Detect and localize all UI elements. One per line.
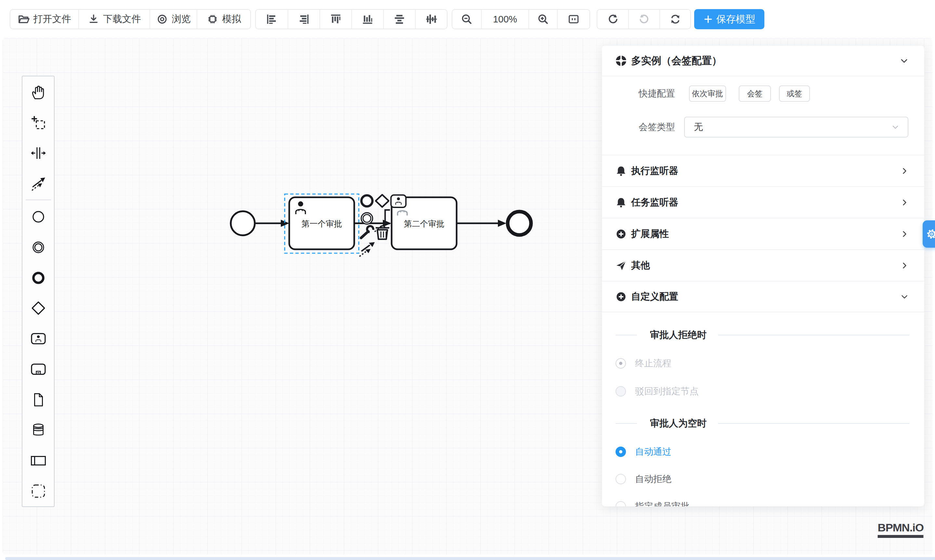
radio-auto-reject[interactable]: 自动拒绝 — [615, 473, 909, 485]
hand-icon — [31, 85, 46, 100]
canvas-bottom-scrollbar[interactable] — [5, 557, 935, 560]
hand-tool[interactable] — [23, 77, 54, 108]
bell-icon — [615, 165, 627, 177]
zoom-out-button[interactable] — [452, 10, 481, 29]
radio-assign-member[interactable]: 指定成员审批 — [615, 500, 909, 506]
redo-icon — [638, 13, 650, 25]
radio-auto-pass[interactable]: 自动通过 — [615, 446, 909, 458]
align-top-button[interactable] — [320, 10, 351, 29]
fit-viewport-icon — [567, 13, 580, 25]
gateway-icon — [31, 300, 46, 316]
save-model-label: 保存模型 — [716, 13, 755, 26]
folder-open-icon — [18, 13, 29, 25]
divider-title: 审批人为空时 — [650, 417, 706, 430]
create-user-task[interactable] — [23, 323, 54, 354]
align-center-vertical-button[interactable] — [415, 10, 447, 29]
download-file-button[interactable]: 下载文件 — [78, 10, 149, 29]
palette-divider — [26, 200, 51, 200]
undo-button[interactable] — [597, 10, 628, 29]
undo-icon — [607, 13, 619, 25]
quick-config-label: 快捷配置 — [602, 88, 675, 100]
global-connect-tool[interactable] — [23, 168, 54, 199]
section-execution-listener[interactable]: 执行监听器 — [602, 155, 924, 186]
plus-icon — [703, 14, 713, 24]
zoom-out-icon — [460, 13, 473, 25]
eye-icon — [156, 13, 168, 25]
save-model-button[interactable]: 保存模型 — [694, 9, 764, 29]
align-bottom-icon — [361, 13, 374, 25]
section-custom-config[interactable]: 自定义配置 — [602, 281, 924, 312]
fit-viewport-button[interactable] — [557, 10, 589, 29]
chevron-down-icon[interactable] — [899, 55, 909, 66]
start-event-icon — [31, 209, 46, 225]
redo-button[interactable] — [628, 10, 660, 29]
create-intermediate-event[interactable] — [23, 232, 54, 263]
settings-tab[interactable] — [923, 220, 935, 248]
align-center-horizontal-button[interactable] — [383, 10, 415, 29]
end-event-icon — [31, 270, 46, 286]
countersign-type-select[interactable]: 无 — [684, 117, 908, 137]
radio-icon — [615, 446, 626, 457]
multi-instance-icon — [615, 55, 627, 67]
zoom-level-display[interactable]: 100% — [481, 10, 528, 29]
create-group[interactable] — [23, 476, 54, 506]
panel-title: 多实例（会签配置） — [631, 54, 722, 68]
divider-approver-empty: 审批人为空时 — [615, 418, 909, 429]
user-task-icon — [31, 331, 46, 346]
zoom-in-icon — [537, 13, 549, 25]
data-store-icon — [31, 422, 46, 438]
lasso-icon — [31, 115, 46, 131]
create-data-object[interactable] — [23, 385, 54, 415]
space-tool-icon — [31, 145, 46, 161]
align-button-group — [255, 9, 448, 29]
section-task-listener[interactable]: 任务监听器 — [602, 186, 924, 218]
toolbar: 打开文件 下载文件 浏览 模拟 — [0, 0, 935, 38]
properties-panel: 多实例（会签配置） 快捷配置 依次审批 会签 或签 会签类型 无 执行监听器 任… — [602, 46, 924, 506]
section-extension-properties[interactable]: 扩展属性 — [602, 218, 924, 249]
chip-icon — [207, 13, 218, 25]
chevron-down-icon — [900, 292, 909, 302]
intermediate-event-icon — [31, 240, 46, 255]
data-object-icon — [31, 392, 46, 408]
quick-option-countersign[interactable]: 会签 — [739, 86, 771, 102]
create-data-store[interactable] — [23, 415, 54, 446]
browse-button[interactable]: 浏览 — [149, 10, 197, 29]
quick-option-orsign[interactable]: 或签 — [779, 86, 810, 102]
simulate-button[interactable]: 模拟 — [197, 10, 250, 29]
radio-return-to-node[interactable]: 驳回到指定节点 — [615, 385, 909, 397]
space-tool[interactable] — [23, 138, 54, 169]
open-file-button[interactable]: 打开文件 — [11, 10, 78, 29]
participant-icon — [31, 453, 46, 468]
align-left-button[interactable] — [256, 10, 288, 29]
quick-option-sequential[interactable]: 依次审批 — [689, 86, 726, 102]
quick-config-row: 快捷配置 依次审批 会签 或签 — [602, 86, 924, 102]
create-start-event[interactable] — [23, 202, 54, 232]
panel-sections: 执行监听器 任务监听器 扩展属性 其他 自定义配置 — [602, 155, 924, 312]
refresh-button[interactable] — [660, 10, 690, 29]
plus-circle-icon — [615, 291, 627, 302]
align-right-button[interactable] — [288, 10, 320, 29]
radio-terminate-process[interactable]: 终止流程 — [615, 357, 909, 369]
align-left-icon — [266, 13, 278, 25]
radio-icon — [615, 358, 626, 369]
panel-header[interactable]: 多实例（会签配置） — [602, 46, 924, 76]
palette — [22, 76, 55, 507]
create-participant[interactable] — [23, 445, 54, 476]
open-file-label: 打开文件 — [34, 13, 71, 26]
connect-icon — [31, 176, 46, 191]
create-subprocess[interactable] — [23, 354, 54, 385]
radio-icon — [615, 501, 626, 506]
align-bottom-button[interactable] — [351, 10, 383, 29]
section-other[interactable]: 其他 — [602, 249, 924, 281]
create-gateway[interactable] — [23, 293, 54, 323]
plus-circle-icon — [615, 228, 627, 240]
create-end-event[interactable] — [23, 263, 54, 293]
zoom-in-button[interactable] — [528, 10, 557, 29]
radio-icon — [615, 474, 626, 484]
lasso-tool[interactable] — [23, 108, 54, 138]
download-icon — [88, 13, 100, 25]
align-center-vertical-icon — [425, 13, 437, 25]
refresh-icon — [669, 13, 681, 25]
bpmn-io-logo[interactable]: BPMN.iO — [878, 522, 924, 538]
radio-icon — [615, 386, 626, 397]
